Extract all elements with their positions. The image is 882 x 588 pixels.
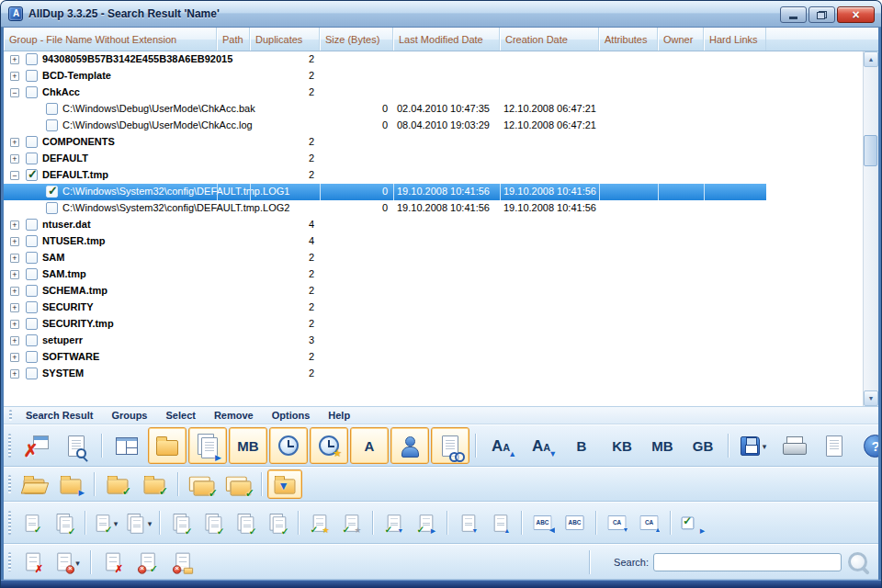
row-checkbox[interactable] (26, 285, 38, 297)
column-header-duplicates[interactable]: Duplicates (250, 28, 320, 51)
expand-toggle[interactable] (10, 287, 19, 296)
check-uppercase-names-button[interactable]: CA (634, 509, 664, 537)
check-last-file-of-group-button[interactable] (198, 509, 228, 537)
row-checkbox[interactable] (26, 136, 38, 148)
open-file-button[interactable] (17, 469, 51, 499)
expand-toggle[interactable] (10, 254, 19, 263)
close-button[interactable] (837, 6, 875, 23)
group-row[interactable]: 94308059B57B3142E455B38A6EB920152 (4, 51, 766, 68)
check-oldest-files-button[interactable] (336, 509, 367, 537)
group-row[interactable]: ChkAcc2 (4, 85, 766, 101)
file-row[interactable]: C:\Windows\Debug\UserMode\ChkAcc.bak002.… (4, 101, 766, 118)
file-row[interactable]: C:\Windows\System32\config\DEFAULT.tmp.L… (4, 184, 766, 200)
row-checkbox[interactable] (26, 252, 38, 264)
check-all-files-button[interactable] (17, 509, 47, 537)
row-checkbox[interactable] (26, 318, 38, 330)
scroll-down-button[interactable] (864, 390, 878, 406)
column-header-attributes[interactable]: Attributes (599, 28, 658, 51)
dropdown-arrow-icon[interactable] (148, 517, 153, 528)
row-checkbox[interactable] (46, 186, 58, 198)
row-checkbox[interactable] (26, 268, 38, 280)
expand-toggle[interactable] (10, 320, 19, 329)
column-header-last-modified-date[interactable]: Last Modified Date (393, 28, 500, 51)
group-row[interactable]: SOFTWARE2 (4, 349, 766, 366)
toggle-column-duplicates-button[interactable] (188, 427, 227, 464)
check-lowercase-names-button[interactable]: CA (602, 509, 632, 537)
check-next-file-button[interactable] (379, 509, 409, 537)
invert-selection-of-group-button[interactable] (230, 509, 260, 537)
remove-checked-from-list-button[interactable] (96, 548, 130, 577)
toggle-column-owner-button[interactable] (390, 427, 429, 464)
group-row[interactable]: NTUSER.tmp4 (4, 233, 766, 250)
expand-toggle[interactable] (10, 369, 19, 379)
scrollbar-thumb[interactable] (864, 135, 877, 166)
group-row[interactable]: SYSTEM2 (4, 366, 766, 382)
check-previous-file-button[interactable] (411, 509, 441, 537)
scroll-up-button[interactable] (864, 51, 878, 67)
decrease-font-size-button[interactable]: AA (522, 427, 560, 464)
toggle-column-attributes-button[interactable]: A (350, 427, 389, 464)
dropdown-arrow-icon[interactable] (114, 517, 119, 528)
row-checkbox[interactable] (26, 368, 38, 379)
row-checkbox[interactable] (26, 153, 38, 164)
help-button[interactable] (855, 427, 878, 464)
expand-toggle[interactable] (10, 237, 19, 246)
check-files-of-folder-button[interactable] (100, 469, 135, 499)
column-header-group-file-name-without-extension[interactable]: Group - File Name Without Extension (4, 28, 217, 51)
move-checked-to-folder-button[interactable] (166, 548, 199, 577)
toggle-column-size-button[interactable]: MB (229, 427, 267, 464)
group-row[interactable]: COMPONENTS2 (4, 134, 766, 151)
group-row[interactable]: DEFAULT.tmp2 (4, 167, 766, 184)
group-row[interactable]: SAM.tmp2 (4, 266, 766, 283)
save-result-button[interactable] (734, 427, 773, 464)
row-checkbox[interactable] (46, 119, 58, 131)
menu-select[interactable]: Select (158, 408, 204, 423)
dropdown-arrow-icon[interactable] (75, 557, 80, 568)
toolbar-grip[interactable] (8, 475, 11, 494)
maximize-button[interactable] (808, 6, 835, 23)
dropdown-arrow-icon[interactable] (763, 440, 767, 451)
expand-toggle[interactable] (10, 55, 19, 64)
menu-groups[interactable]: Groups (103, 408, 155, 423)
show-size-gb-button[interactable]: GB (684, 427, 722, 464)
check-folder-group-button[interactable] (184, 469, 219, 499)
row-checkbox[interactable] (26, 169, 38, 181)
toggle-column-hard-links-button[interactable] (431, 427, 469, 464)
create-report-button[interactable] (815, 427, 854, 464)
check-first-file-of-group-button[interactable] (165, 509, 196, 537)
row-checkbox[interactable] (26, 334, 38, 346)
row-checkbox[interactable] (46, 103, 58, 115)
toggle-column-creation-date-button[interactable] (310, 427, 348, 464)
menu-help[interactable]: Help (320, 408, 358, 423)
row-checkbox[interactable] (26, 235, 38, 247)
expand-toggle[interactable] (10, 72, 19, 81)
uncheck-folder-group-button[interactable] (220, 469, 255, 499)
menu-search-result[interactable]: Search Result (17, 408, 101, 423)
preview-file-button[interactable] (57, 427, 96, 464)
column-header-size-bytes[interactable]: Size (Bytes) (320, 28, 393, 51)
increase-font-size-button[interactable]: AA (481, 427, 520, 464)
print-result-button[interactable] (775, 427, 813, 464)
group-row[interactable]: SCHEMA.tmp2 (4, 283, 766, 300)
copy-checked-to-folder-button[interactable] (267, 469, 302, 499)
expand-toggle[interactable] (10, 303, 19, 312)
file-row[interactable]: C:\Windows\Debug\UserMode\ChkAcc.log008.… (4, 118, 766, 134)
expand-toggle[interactable] (10, 353, 19, 362)
delete-options-button[interactable] (51, 548, 85, 577)
expand-toggle[interactable] (10, 336, 19, 345)
toolbar-grip[interactable] (8, 511, 11, 535)
row-checkbox[interactable] (26, 351, 38, 363)
toolbar-grip[interactable] (8, 434, 11, 458)
check-files-menu-button[interactable] (91, 509, 121, 537)
search-input[interactable] (653, 553, 842, 571)
toolbar-grip[interactable] (8, 552, 11, 571)
checkbox-selection-mode-button[interactable] (676, 509, 707, 537)
minimize-button[interactable] (780, 6, 807, 23)
uncheck-all-files-button[interactable] (49, 509, 79, 537)
file-row[interactable]: C:\Windows\System32\config\DEFAULT.tmp.L… (4, 200, 766, 217)
group-row[interactable]: DEFAULT2 (4, 151, 766, 167)
row-checkbox[interactable] (26, 70, 38, 82)
check-longest-file-name-button[interactable]: ABC (560, 509, 590, 537)
uncheck-files-menu-button[interactable] (123, 509, 153, 537)
column-header-creation-date[interactable]: Creation Date (500, 28, 599, 51)
